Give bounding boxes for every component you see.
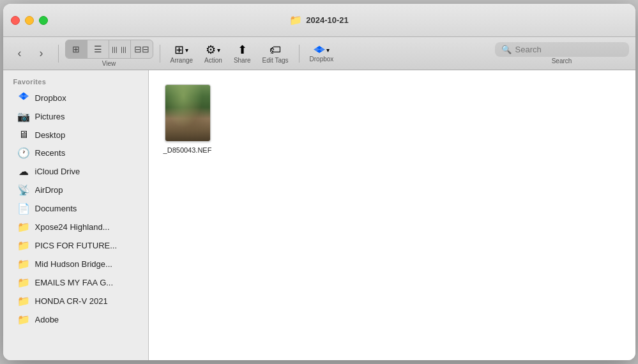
action-label: Action	[204, 57, 222, 64]
toolbar: ‹ › ⊞ ☰ ⫼⫼ ⊟⊟ View ⊞ ▾ Arrange	[3, 37, 635, 70]
sidebar-item-dropbox[interactable]: Dropbox	[7, 88, 144, 107]
dropbox-sidebar-icon	[17, 91, 30, 104]
sidebar-item-airdrop-label: AirDrop	[35, 185, 63, 195]
arrange-button[interactable]: ⊞ ▾ Arrange	[167, 42, 197, 65]
sidebar-section-favorites: Favorites	[3, 75, 148, 88]
camera-icon: 📷	[17, 110, 30, 123]
folder-honda-icon: 📁	[17, 295, 30, 307]
separator-3	[299, 45, 300, 63]
sidebar-item-mid-hudson[interactable]: 📁 Mid Hudson Bridge...	[7, 255, 144, 273]
close-button[interactable]	[11, 16, 20, 25]
dropbox-icon	[314, 44, 325, 56]
search-label: Search	[552, 57, 572, 64]
forward-button[interactable]: ›	[31, 43, 52, 64]
window-title-area: 📁 2024-10-21	[289, 14, 349, 26]
back-forward-group: ‹ ›	[10, 43, 52, 64]
sidebar-item-pics-future[interactable]: 📁 PICS FOR FUTURE...	[7, 236, 144, 255]
sidebar-item-adobe-label: Adobe	[35, 315, 59, 324]
sidebar-item-recents[interactable]: 🕐 Recents	[7, 144, 144, 162]
nef-image-preview	[165, 85, 210, 141]
sidebar-item-honda-label: HONDA CR-V 2021	[35, 296, 108, 306]
view-column-button[interactable]: ⫼⫼	[109, 40, 131, 58]
sidebar-item-pictures-label: Pictures	[35, 112, 65, 121]
desktop-icon: 🖥	[17, 129, 30, 140]
file-name-nef: _D850043.NEF	[163, 146, 212, 155]
action-gear-icon: ⚙	[206, 43, 216, 57]
sidebar-item-airdrop[interactable]: 📡 AirDrop	[7, 181, 144, 199]
folder-pics-icon: 📁	[17, 239, 30, 252]
sidebar: Favorites Dropbox 📷 Pictures	[3, 70, 149, 360]
share-icon: ⬆	[238, 43, 247, 57]
folder-emailsfaa-icon: 📁	[17, 277, 30, 289]
sidebar-item-pics-future-label: PICS FOR FUTURE...	[35, 241, 118, 250]
action-dropdown-icon: ▾	[217, 47, 220, 54]
arrange-dropdown-icon: ▾	[185, 47, 188, 54]
action-button[interactable]: ⚙ ▾ Action	[201, 42, 226, 65]
share-label: Share	[234, 57, 251, 64]
arrange-label: Arrange	[171, 57, 194, 64]
dropbox-label: Dropbox	[310, 56, 334, 63]
file-thumbnail-nef	[165, 84, 211, 142]
sidebar-item-emails-faa[interactable]: 📁 EMAILS MY FAA G...	[7, 273, 144, 292]
separator-1	[58, 45, 59, 63]
share-button[interactable]: ⬆ Share	[230, 42, 255, 65]
folder-xpose24-icon: 📁	[17, 221, 30, 233]
separator-2	[160, 45, 160, 63]
view-gallery-button[interactable]: ⊟⊟	[131, 40, 153, 58]
sidebar-item-emails-faa-label: EMAILS MY FAA G...	[35, 278, 114, 287]
main-area: Favorites Dropbox 📷 Pictures	[3, 70, 635, 360]
folder-adobe-icon: 📁	[17, 314, 30, 326]
window-title: 2024-10-21	[306, 15, 349, 25]
search-group: 🔍 Search	[495, 42, 629, 64]
sidebar-item-icloud-label: iCloud Drive	[35, 167, 80, 176]
maximize-button[interactable]	[39, 16, 48, 25]
search-box[interactable]: 🔍	[495, 42, 629, 57]
traffic-lights	[11, 16, 48, 25]
arrange-icon: ⊞	[174, 43, 184, 57]
search-input[interactable]	[515, 45, 623, 54]
airdrop-icon: 📡	[17, 184, 30, 196]
view-list-button[interactable]: ☰	[87, 40, 109, 58]
icloud-icon: ☁	[17, 165, 30, 178]
documents-icon: 📄	[17, 202, 30, 215]
dropbox-button[interactable]: ▾ Dropbox	[306, 43, 338, 64]
back-button[interactable]: ‹	[10, 43, 30, 64]
edit-tags-label: Edit Tags	[262, 57, 289, 64]
view-group: ⊞ ☰ ⫼⫼ ⊟⊟ View	[65, 40, 153, 67]
sidebar-item-dropbox-label: Dropbox	[35, 93, 66, 103]
sidebar-item-documents-label: Documents	[35, 204, 77, 213]
minimize-button[interactable]	[25, 16, 34, 25]
folder-midhudson-icon: 📁	[17, 258, 30, 270]
sidebar-item-icloud[interactable]: ☁ iCloud Drive	[7, 162, 144, 181]
title-bar: 📁 2024-10-21	[3, 4, 635, 37]
sidebar-item-recents-label: Recents	[35, 148, 66, 158]
title-folder-icon: 📁	[289, 14, 302, 26]
view-buttons: ⊞ ☰ ⫼⫼ ⊟⊟	[65, 40, 153, 59]
sidebar-item-honda[interactable]: 📁 HONDA CR-V 2021	[7, 292, 144, 310]
view-icon-button[interactable]: ⊞	[66, 40, 87, 58]
finder-window: 📁 2024-10-21 ‹ › ⊞ ☰ ⫼⫼ ⊟⊟ View ⊞ ▾	[3, 4, 635, 360]
file-item-nef[interactable]: _D850043.NEF	[159, 80, 216, 158]
file-grid: _D850043.NEF	[159, 80, 625, 158]
sidebar-item-pictures[interactable]: 📷 Pictures	[7, 107, 144, 126]
dropbox-dropdown-icon: ▾	[326, 47, 330, 54]
sidebar-item-documents[interactable]: 📄 Documents	[7, 199, 144, 218]
sidebar-item-desktop-label: Desktop	[35, 130, 66, 140]
edit-tags-button[interactable]: 🏷 Edit Tags	[259, 42, 292, 65]
view-label: View	[102, 60, 116, 67]
sidebar-item-mid-hudson-label: Mid Hudson Bridge...	[35, 259, 112, 269]
recents-icon: 🕐	[17, 147, 30, 159]
content-area: _D850043.NEF	[149, 70, 635, 360]
tags-icon: 🏷	[270, 43, 281, 57]
search-icon: 🔍	[501, 45, 512, 54]
sidebar-item-desktop[interactable]: 🖥 Desktop	[7, 126, 144, 144]
sidebar-item-xpose24-label: Xpose24 Highland...	[35, 222, 110, 232]
sidebar-item-adobe[interactable]: 📁 Adobe	[7, 310, 144, 329]
sidebar-item-xpose24[interactable]: 📁 Xpose24 Highland...	[7, 218, 144, 236]
